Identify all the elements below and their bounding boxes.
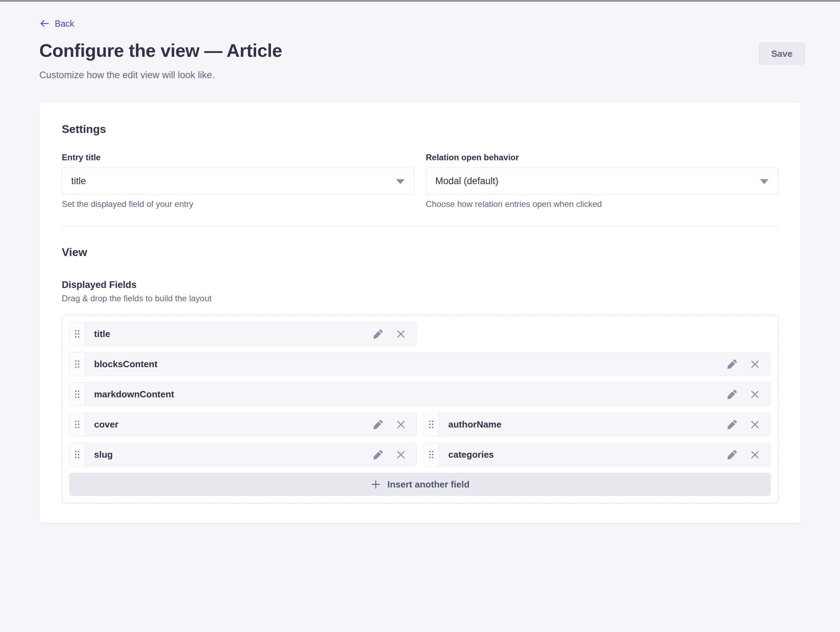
pencil-icon [727, 359, 737, 369]
field-name: markdownContent [85, 383, 727, 406]
edit-field-button[interactable] [373, 450, 383, 460]
remove-field-button[interactable] [750, 359, 760, 369]
drag-handle[interactable] [69, 443, 85, 466]
entry-title-select[interactable]: title [62, 168, 414, 194]
settings-form: Entry title title Set the displayed fiel… [62, 152, 778, 210]
field-card-authorName: authorName [423, 413, 771, 436]
remove-field-button[interactable] [750, 419, 760, 430]
drag-handle-icon [74, 359, 80, 369]
relation-behavior-field: Relation open behavior Modal (default) C… [426, 152, 778, 210]
edit-field-button[interactable] [727, 359, 737, 369]
drag-handle-icon [428, 450, 434, 459]
edit-field-button[interactable] [373, 419, 383, 430]
close-icon [750, 419, 760, 430]
pencil-icon [373, 329, 383, 339]
field-name: categories [439, 443, 727, 466]
relation-behavior-label: Relation open behavior [426, 152, 778, 163]
field-card-cover: cover [69, 413, 417, 436]
edit-field-button[interactable] [373, 329, 383, 339]
drag-handle-icon [428, 420, 434, 429]
save-button[interactable]: Save [759, 43, 805, 65]
field-actions [373, 443, 417, 466]
field-name: title [85, 322, 373, 345]
close-icon [750, 389, 760, 399]
field-card-title: title [69, 322, 417, 346]
entry-title-field: Entry title title Set the displayed fiel… [62, 152, 414, 210]
drag-handle-icon [74, 450, 80, 459]
remove-field-button[interactable] [396, 419, 406, 430]
field-name: blocksContent [85, 353, 727, 376]
edit-field-button[interactable] [727, 419, 737, 430]
plus-icon [371, 479, 381, 490]
entry-title-label: Entry title [62, 152, 414, 163]
remove-field-button[interactable] [750, 450, 760, 460]
back-label: Back [55, 19, 74, 29]
relation-behavior-value: Modal (default) [436, 176, 499, 187]
field-actions [373, 322, 417, 345]
edit-field-button[interactable] [727, 389, 737, 399]
insert-field-button[interactable]: Insert another field [69, 473, 771, 496]
close-icon [750, 359, 760, 369]
field-actions [727, 413, 771, 436]
drag-handle[interactable] [424, 413, 439, 436]
pencil-icon [727, 450, 737, 460]
drag-handle[interactable] [69, 413, 85, 436]
insert-field-label: Insert another field [387, 479, 469, 490]
settings-card: Settings Entry title title Set the displ… [39, 102, 801, 523]
drag-handle-icon [74, 329, 80, 339]
relation-behavior-select[interactable]: Modal (default) [426, 168, 778, 194]
pencil-icon [727, 419, 737, 430]
field-card-slug: slug [69, 443, 417, 467]
drag-handle[interactable] [69, 353, 85, 376]
field-actions [373, 413, 417, 436]
drag-handle-icon [74, 390, 80, 399]
page-title: Configure the view — Article [39, 39, 801, 62]
pencil-icon [373, 419, 383, 430]
pencil-icon [727, 389, 737, 399]
caret-down-icon [760, 179, 769, 184]
drag-handle-icon [74, 420, 80, 429]
field-name: cover [85, 413, 373, 436]
section-divider [62, 226, 778, 226]
back-arrow-icon [39, 18, 50, 29]
page-subtitle: Customize how the edit view will look li… [39, 69, 801, 81]
close-icon [396, 450, 406, 460]
entry-title-value: title [71, 176, 86, 187]
field-name: authorName [439, 413, 727, 436]
field-card-markdownContent: markdownContent [69, 382, 771, 406]
remove-field-button[interactable] [396, 329, 406, 339]
field-actions [727, 383, 771, 406]
pencil-icon [373, 450, 383, 460]
close-icon [750, 450, 760, 460]
field-card-blocksContent: blocksContent [69, 352, 771, 376]
close-icon [396, 419, 406, 430]
view-heading: View [62, 245, 778, 259]
field-actions [727, 353, 771, 376]
entry-title-hint: Set the displayed field of your entry [62, 199, 414, 210]
displayed-fields-hint: Drag & drop the fields to build the layo… [62, 293, 778, 304]
relation-behavior-hint: Choose how relation entries open when cl… [426, 199, 778, 210]
field-actions [727, 443, 771, 466]
drag-handle[interactable] [424, 443, 439, 466]
remove-field-button[interactable] [750, 389, 760, 399]
edit-field-button[interactable] [727, 450, 737, 460]
back-link[interactable]: Back [39, 18, 74, 29]
displayed-fields-label: Displayed Fields [62, 279, 778, 291]
fields-grid: title [69, 322, 771, 496]
drag-handle[interactable] [69, 383, 85, 406]
drag-handle[interactable] [69, 322, 85, 345]
field-name: slug [85, 443, 373, 466]
settings-heading: Settings [62, 122, 778, 136]
remove-field-button[interactable] [396, 450, 406, 460]
configure-view-page: Back Save Configure the view — Article C… [0, 2, 840, 523]
fields-drop-zone: title [62, 315, 778, 503]
field-card-categories: categories [423, 443, 771, 467]
close-icon [396, 329, 406, 339]
caret-down-icon [396, 179, 404, 184]
